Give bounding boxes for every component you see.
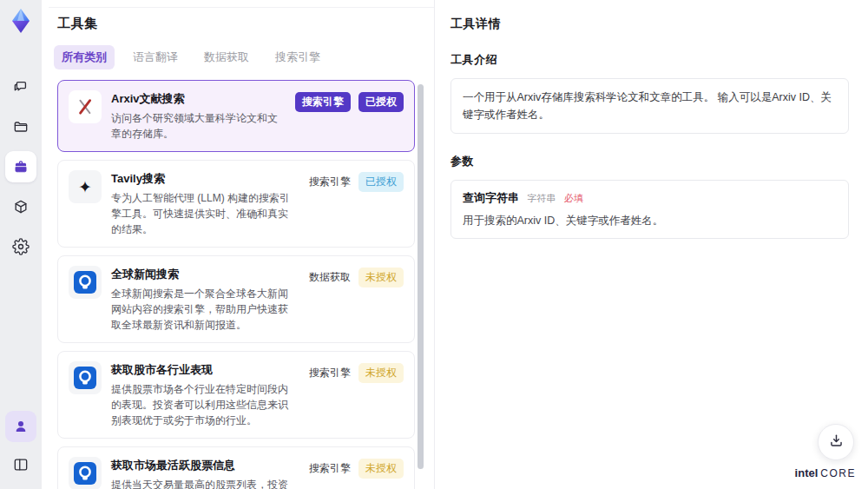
list-scrollbar[interactable] [418, 84, 424, 469]
status-badge: 未授权 [358, 363, 404, 383]
tool-tags: 搜索引擎已授权 [295, 90, 404, 112]
app-root: 工具集 所有类别语言翻译数据获取搜索引擎 Arxiv文献搜索访问各个研究领域大量… [0, 0, 868, 489]
tool-name: Tavily搜索 [111, 171, 294, 187]
tool-description: 提供当天交易量最高的股票列表，投资者可以利用这些信息来识别流动性强的股票和潜在的… [111, 477, 294, 489]
cube-icon [12, 198, 30, 215]
tab-1[interactable]: 语言翻译 [125, 45, 186, 69]
sidebar-nav [5, 71, 36, 262]
tools-list-panel: 工具集 所有类别语言翻译数据获取搜索引擎 Arxiv文献搜索访问各个研究领域大量… [42, 0, 434, 489]
tool-card[interactable]: 获取股市各行业表现提供股票市场各个行业在特定时间段内的表现。投资者可以利用这些信… [57, 351, 415, 439]
blue-q-icon [69, 361, 102, 394]
tool-description: 全球新闻搜索是一个聚合全球各大新闻网站内容的搜索引擎，帮助用户快速获取全球最新资… [111, 286, 294, 333]
sidebar-item-models[interactable] [5, 191, 36, 222]
chat-icon [12, 78, 30, 96]
status-badge: 未授权 [358, 459, 404, 479]
folder-icon [12, 118, 30, 135]
blue-q-icon [69, 266, 102, 299]
tool-card-list: Arxiv文献搜索访问各个研究领域大量科学论文和文章的存储库。搜索引擎已授权✦T… [57, 80, 415, 489]
tab-2[interactable]: 数据获取 [196, 45, 257, 69]
sidebar [0, 0, 42, 489]
status-badge: 已授权 [358, 92, 404, 112]
tool-name: Arxiv文献搜索 [111, 91, 280, 107]
brand-intel-text: intel [795, 466, 819, 479]
tool-tags: 搜索引擎未授权 [309, 457, 404, 479]
category-tag: 搜索引擎 [295, 92, 351, 112]
tool-intro-text: 一个用于从Arxiv存储库搜索科学论文和文章的工具。 输入可以是Arxiv ID… [463, 91, 832, 121]
user-icon [12, 418, 30, 435]
panel-icon [12, 456, 30, 473]
param-name: 查询字符串 [463, 191, 519, 204]
tool-card[interactable]: 全球新闻搜索全球新闻搜索是一个聚合全球各大新闻网站内容的搜索引擎，帮助用户快速获… [57, 255, 415, 343]
blue-q-icon [69, 457, 102, 489]
download-button[interactable] [818, 424, 854, 460]
sidebar-item-tools[interactable] [5, 151, 36, 182]
gear-icon [12, 238, 30, 255]
status-badge: 已授权 [358, 172, 404, 192]
tool-description: 提供股票市场各个行业在特定时间段内的表现。投资者可以利用这些信息来识别表现优于或… [111, 381, 294, 428]
param-required-badge: 必填 [564, 193, 583, 203]
tool-card[interactable]: Arxiv文献搜索访问各个研究领域大量科学论文和文章的存储库。搜索引擎已授权 [57, 80, 415, 152]
tool-tags: 搜索引擎已授权 [309, 170, 404, 192]
page-title: 工具集 [57, 16, 434, 32]
intro-heading: 工具介绍 [450, 52, 849, 68]
param-header: 查询字符串 字符串 必填 [463, 190, 837, 206]
tool-description: 访问各个研究领域大量科学论文和文章的存储库。 [111, 110, 280, 142]
tool-card[interactable]: ✦Tavily搜索专为人工智能代理 (LLM) 构建的搜索引擎工具。可快速提供实… [57, 160, 415, 248]
briefcase-icon [12, 158, 30, 175]
tool-name: 获取市场最活跃股票信息 [111, 458, 294, 473]
params-heading: 参数 [450, 154, 849, 169]
tool-tags: 搜索引擎未授权 [309, 361, 404, 383]
category-tag: 数据获取 [309, 268, 351, 287]
status-badge: 未授权 [358, 268, 404, 287]
tool-description: 专为人工智能代理 (LLM) 构建的搜索引擎工具。可快速提供实时、准确和真实的结… [111, 190, 294, 237]
sidebar-item-settings[interactable] [5, 231, 36, 262]
detail-title: 工具详情 [450, 17, 849, 32]
tool-intro-box: 一个用于从Arxiv存储库搜索科学论文和文章的工具。 输入可以是Arxiv ID… [450, 78, 849, 134]
sidebar-item-collapse[interactable] [5, 449, 36, 480]
param-description: 用于搜索的Arxiv ID、关键字或作者姓名。 [463, 214, 837, 228]
param-type: 字符串 [527, 193, 556, 203]
tool-name: 全球新闻搜索 [111, 267, 294, 282]
main-area: 工具集 所有类别语言翻译数据获取搜索引擎 Arxiv文献搜索访问各个研究领域大量… [42, 0, 868, 489]
brand-core-text: core [820, 467, 856, 479]
category-tabs: 所有类别语言翻译数据获取搜索引擎 [54, 45, 434, 69]
sidebar-item-profile[interactable] [5, 411, 36, 442]
category-tag: 搜索引擎 [309, 363, 351, 383]
four-point-star-icon: ✦ [69, 170, 102, 203]
arxiv-x-icon [69, 90, 102, 123]
parameter-box: 查询字符串 字符串 必填 用于搜索的Arxiv ID、关键字或作者姓名。 [450, 180, 849, 239]
category-tag: 搜索引擎 [309, 172, 351, 192]
tool-name: 获取股市各行业表现 [111, 362, 294, 378]
sidebar-item-chat[interactable] [5, 71, 36, 102]
intel-core-logo: intelcore [795, 466, 856, 479]
download-icon [828, 433, 845, 452]
category-tag: 搜索引擎 [309, 459, 351, 479]
app-logo[interactable] [7, 7, 35, 35]
tool-tags: 数据获取未授权 [309, 266, 404, 287]
tab-all-categories[interactable]: 所有类别 [54, 45, 115, 69]
sidebar-item-folder[interactable] [5, 111, 36, 142]
sidebar-bottom [5, 411, 36, 480]
tab-3[interactable]: 搜索引擎 [267, 45, 328, 69]
tool-card[interactable]: 获取市场最活跃股票信息提供当天交易量最高的股票列表，投资者可以利用这些信息来识别… [57, 446, 415, 489]
tool-detail-panel: 工具详情 工具介绍 一个用于从Arxiv存储库搜索科学论文和文章的工具。 输入可… [434, 0, 868, 489]
